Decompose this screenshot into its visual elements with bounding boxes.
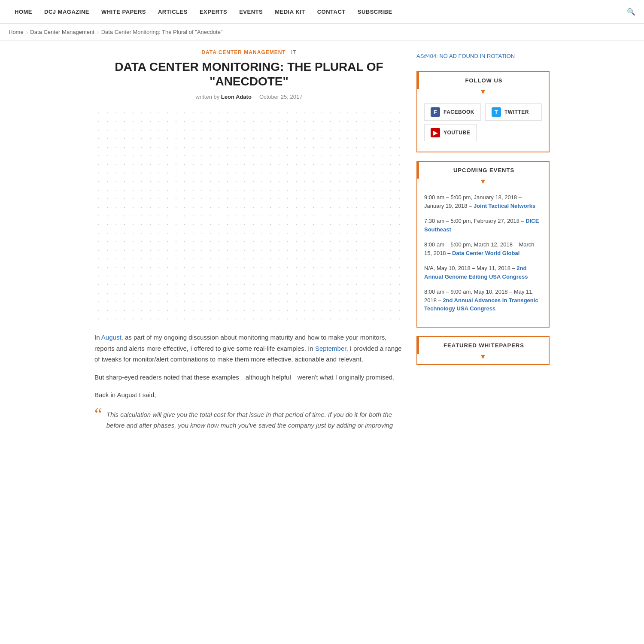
nav-white-papers[interactable]: WHITE PAPERS: [95, 0, 152, 24]
event-item-3: 8:00 am – 5:00 pm, March 12, 2018 – Marc…: [424, 240, 542, 257]
nav-events[interactable]: EVENTS: [233, 0, 269, 24]
sidebar: AS#404: NO AD FOUND IN ROTATION FOLLOW U…: [416, 49, 550, 440]
event-3-link[interactable]: Data Center World Global: [452, 250, 519, 256]
main-nav: HOME DCJ MAGAZINE WHITE PAPERS ARTICLES …: [0, 0, 644, 24]
youtube-label: YOUTUBE: [444, 130, 470, 136]
written-by-label: written by: [196, 94, 220, 100]
upcoming-events-arrow: ▼: [417, 178, 549, 185]
link-august[interactable]: August: [101, 334, 122, 341]
category-secondary: IT: [291, 49, 297, 55]
quote-text: This calculation will give you the total…: [106, 409, 404, 431]
event-item-2: 7:30 am – 5:00 pm, February 27, 2018 – D…: [424, 217, 542, 234]
article-body: In August, as part of my ongoing discuss…: [94, 332, 404, 431]
nav-dcj-magazine[interactable]: DCJ MAGAZINE: [38, 0, 95, 24]
search-icon[interactable]: 🔍: [627, 8, 635, 16]
nav-experts[interactable]: EXPERTS: [194, 0, 233, 24]
upcoming-events-box: UPCOMING EVENTS ▼ 9:00 am – 5:00 pm, Jan…: [416, 161, 550, 328]
follow-us-header: FOLLOW US: [417, 72, 549, 89]
facebook-label: FACEBOOK: [444, 109, 474, 115]
breadcrumb-sep-1: ›: [26, 30, 28, 35]
facebook-button[interactable]: f FACEBOOK: [424, 103, 481, 121]
event-item-4: N/A, May 10, 2018 – May 11, 2018 – 2nd A…: [424, 264, 542, 281]
page-container: DATA CENTER MANAGEMENT IT DATA CENTER MO…: [86, 41, 558, 448]
event-1-link[interactable]: Joint Tactical Networks: [474, 203, 535, 209]
article-image-area: [94, 109, 404, 323]
breadcrumb-current: Data Center Monitoring: The Plural of "A…: [101, 29, 223, 35]
article-category: DATA CENTER MANAGEMENT IT: [94, 49, 404, 55]
event-item-1: 9:00 am – 5:00 pm, January 18, 2018 – Ja…: [424, 193, 542, 210]
blockquote-area: “ This calculation will give you the tot…: [94, 409, 404, 431]
body-paragraph-3: Back in August I said,: [94, 389, 404, 401]
body-paragraph-2: But sharp-eyed readers noted that these …: [94, 372, 404, 383]
featured-whitepapers-box: FEATURED WHITEPAPERS ▼: [416, 336, 550, 365]
social-row-bottom: ▶ YOUTUBE: [424, 124, 542, 141]
facebook-icon: f: [431, 107, 440, 117]
social-row-top: f FACEBOOK t TWITTER: [424, 103, 542, 121]
youtube-icon: ▶: [431, 128, 440, 137]
body-paragraph-1: In August, as part of my ongoing discuss…: [94, 332, 404, 365]
article-meta: written by Leon Adato October 25, 2017: [94, 94, 404, 100]
featured-whitepapers-header: FEATURED WHITEPAPERS: [417, 337, 549, 354]
follow-us-box: FOLLOW US ▼ f FACEBOOK t TWITTER ▶: [416, 71, 550, 152]
event-4-time: N/A, May 10, 2018 – May 11, 2018 –: [424, 265, 516, 271]
breadcrumb: Home › Data Center Management › Data Cen…: [0, 24, 644, 41]
nav-subscribe[interactable]: SUBSCRIBE: [352, 0, 398, 24]
link-september[interactable]: September: [315, 345, 346, 352]
event-item-5: 8:00 am – 9:00 am, May 10, 2018 – May 11…: [424, 288, 542, 313]
follow-us-arrow: ▼: [417, 88, 549, 96]
main-content: DATA CENTER MANAGEMENT IT DATA CENTER MO…: [94, 49, 404, 440]
breadcrumb-section[interactable]: Data Center Management: [30, 29, 94, 35]
nav-home[interactable]: HOME: [9, 0, 38, 24]
twitter-icon: t: [492, 107, 501, 117]
events-list: 9:00 am – 5:00 pm, January 18, 2018 – Ja…: [417, 189, 549, 327]
article-date: October 25, 2017: [259, 94, 302, 100]
breadcrumb-home[interactable]: Home: [9, 29, 24, 35]
quote-mark-icon: “: [94, 406, 102, 423]
featured-whitepapers-arrow: ▼: [417, 353, 549, 361]
sidebar-ad: AS#404: NO AD FOUND IN ROTATION: [416, 49, 550, 63]
breadcrumb-sep-2: ›: [97, 30, 99, 35]
event-2-time: 7:30 am – 5:00 pm, February 27, 2018 –: [424, 218, 526, 224]
youtube-button[interactable]: ▶ YOUTUBE: [424, 124, 477, 141]
upcoming-events-header: UPCOMING EVENTS: [417, 162, 549, 179]
twitter-label: TWITTER: [504, 109, 529, 115]
social-links: f FACEBOOK t TWITTER ▶ YOUTUBE: [417, 99, 549, 152]
nav-articles[interactable]: ARTICLES: [152, 0, 194, 24]
nav-media-kit[interactable]: MEDIA KIT: [269, 0, 311, 24]
category-link[interactable]: DATA CENTER MANAGEMENT: [201, 49, 286, 55]
twitter-button[interactable]: t TWITTER: [485, 103, 542, 121]
article-title: DATA CENTER MONITORING: THE PLURAL OF "A…: [94, 60, 404, 88]
nav-links: HOME DCJ MAGAZINE WHITE PAPERS ARTICLES …: [9, 0, 398, 24]
author-link[interactable]: Leon Adato: [221, 94, 252, 100]
nav-contact[interactable]: CONTACT: [311, 0, 352, 24]
